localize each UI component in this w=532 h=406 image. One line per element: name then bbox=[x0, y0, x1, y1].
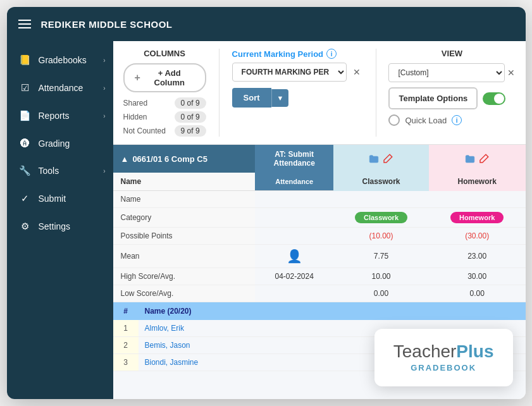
high-homework-cell: 30.00 bbox=[429, 268, 526, 285]
category-label: Name bbox=[113, 191, 256, 208]
student-name[interactable]: Bemis, Jason bbox=[139, 337, 256, 354]
table-row: Category Classwork Homework bbox=[113, 208, 526, 228]
marking-period-select[interactable]: FOURTH MARKING PERI... bbox=[232, 63, 347, 82]
num-col-header: # bbox=[113, 302, 139, 321]
mean-classwork-cell: 7.75 bbox=[333, 245, 429, 268]
pencil-classwork-icon bbox=[382, 153, 393, 164]
name-homework-cell bbox=[429, 191, 526, 208]
school-name: REDIKER MIDDLE SCHOOL bbox=[41, 19, 173, 30]
template-toggle[interactable] bbox=[483, 92, 505, 105]
high-score-label: High Score/Avg. bbox=[113, 268, 256, 285]
folder-homework-icon bbox=[464, 153, 476, 164]
arrow-up-icon: ▲ bbox=[121, 154, 129, 164]
table-row: High Score/Avg. 04-02-2024 10.00 30.00 bbox=[113, 268, 526, 285]
student-name[interactable]: Almlov, Erik bbox=[139, 320, 256, 337]
student-name[interactable]: Biondi, Jasmine bbox=[139, 354, 256, 371]
hidden-badge: 0 of 9 bbox=[175, 111, 206, 123]
class-header-row: ▲ 0661/01 6 Comp C5 AT: SubmitAttendance bbox=[113, 145, 526, 173]
pencil-homework-icon bbox=[478, 153, 490, 164]
sidebar-label-reports: Reports bbox=[39, 111, 70, 121]
classwork-col-header-student bbox=[333, 302, 429, 321]
chevron-icon: › bbox=[103, 57, 105, 64]
possible-homework-cell: (30.00) bbox=[429, 228, 526, 245]
hidden-stat-row: Hidden 0 of 9 bbox=[123, 111, 206, 123]
name-col-header: Name bbox=[113, 173, 256, 191]
sort-dropdown-button[interactable]: ▼ bbox=[271, 89, 289, 107]
marking-period-section: Current Marking Period i FOURTH MARKING … bbox=[232, 49, 363, 108]
folder-classwork-icon bbox=[368, 153, 380, 164]
shared-label: Shared bbox=[123, 99, 148, 108]
controls-bar: COLUMNS + + Add Column Shared 0 of 9 Hid… bbox=[113, 41, 526, 145]
sort-button[interactable]: Sort bbox=[232, 88, 271, 108]
reports-icon: 📄 bbox=[18, 110, 32, 121]
gradebook-area: COLUMNS + + Add Column Shared 0 of 9 Hid… bbox=[113, 41, 526, 399]
category-att-cell bbox=[255, 208, 333, 228]
student-att bbox=[255, 320, 333, 337]
attendance-icon: ☑ bbox=[18, 82, 32, 94]
sidebar-item-submit[interactable]: ✓ Submit bbox=[7, 185, 113, 212]
view-title: VIEW bbox=[388, 49, 515, 58]
add-column-button[interactable]: + + Add Column bbox=[123, 63, 206, 92]
mean-homework-cell: 23.00 bbox=[429, 245, 526, 268]
quick-load-radio[interactable] bbox=[388, 114, 400, 126]
settings-icon: ⚙ bbox=[18, 221, 32, 232]
not-counted-label: Not Counted bbox=[123, 126, 166, 135]
gradebook-table-area[interactable]: ▲ 0661/01 6 Comp C5 AT: SubmitAttendance bbox=[113, 145, 526, 399]
divider bbox=[219, 49, 220, 137]
classwork-header-icons bbox=[333, 145, 429, 173]
grading-icon: 🅐 bbox=[18, 138, 32, 149]
mean-label: Mean bbox=[113, 245, 256, 268]
mp-select-row: FOURTH MARKING PERI... ✕ bbox=[232, 63, 363, 82]
high-classwork-cell: 10.00 bbox=[333, 268, 429, 285]
view-clear-button[interactable]: ✕ bbox=[507, 68, 515, 78]
low-score-label: Low Score/Avg. bbox=[113, 285, 256, 302]
person-icon: 👤 bbox=[287, 249, 302, 263]
table-row: Name bbox=[113, 191, 526, 208]
sidebar-label-gradebooks: Gradebooks bbox=[39, 55, 87, 65]
quick-load-info-icon[interactable]: i bbox=[452, 115, 462, 125]
gradebooks-icon: 📒 bbox=[18, 54, 32, 66]
menu-icon[interactable] bbox=[18, 20, 31, 28]
table-row: Mean 👤 7.75 23.00 bbox=[113, 245, 526, 268]
homework-col-header-student bbox=[429, 302, 526, 321]
possible-att-cell bbox=[255, 228, 333, 245]
student-header-row: # Name (20/20) bbox=[113, 302, 526, 321]
sidebar-item-tools[interactable]: 🔧 Tools › bbox=[7, 157, 113, 185]
classwork-col-header: Classwork bbox=[333, 173, 429, 191]
quick-load-row: Quick Load i bbox=[388, 114, 515, 126]
hidden-label: Hidden bbox=[123, 113, 147, 121]
not-counted-stat-row: Not Counted 9 of 9 bbox=[123, 125, 206, 137]
name-att-cell bbox=[255, 191, 333, 208]
sidebar-item-gradebooks[interactable]: 📒 Gradebooks › bbox=[7, 46, 113, 74]
plus-text: Plus bbox=[456, 341, 493, 361]
student-att bbox=[255, 354, 333, 371]
not-counted-badge: 9 of 9 bbox=[175, 125, 206, 137]
teacherplus-text: TeacherPlus bbox=[393, 343, 494, 360]
sidebar-item-grading[interactable]: 🅐 Grading bbox=[7, 130, 113, 157]
sidebar-item-reports[interactable]: 📄 Reports › bbox=[7, 102, 113, 130]
low-homework-cell: 0.00 bbox=[429, 285, 526, 302]
stats-rows: Shared 0 of 9 Hidden 0 of 9 Not Counted … bbox=[123, 97, 206, 137]
column-label-row: Name Attendance Classwork Homework bbox=[113, 173, 526, 191]
info-icon[interactable]: i bbox=[326, 49, 337, 59]
mp-clear-button[interactable]: ✕ bbox=[350, 66, 363, 78]
sort-button-group: Sort ▼ bbox=[232, 88, 363, 108]
name-classwork-cell bbox=[333, 191, 429, 208]
table-row: Low Score/Avg. 0.00 0.00 bbox=[113, 285, 526, 302]
template-options-button[interactable]: Template Options bbox=[388, 87, 478, 109]
chevron-icon: › bbox=[103, 85, 105, 92]
sidebar-label-settings: Settings bbox=[39, 221, 71, 231]
view-select[interactable]: [Custom] bbox=[388, 63, 505, 82]
sidebar-item-attendance[interactable]: ☑ Attendance › bbox=[7, 74, 113, 102]
columns-title: COLUMNS bbox=[123, 49, 206, 58]
current-mp-label: Current Marking Period i bbox=[232, 49, 363, 59]
table-row: Possible Points (10.00) (30.00) bbox=[113, 228, 526, 245]
mean-att-cell: 👤 bbox=[255, 245, 333, 268]
teacher-text: Teacher bbox=[393, 341, 457, 361]
classwork-badge: Classwork bbox=[355, 212, 407, 223]
class-header-cell: ▲ 0661/01 6 Comp C5 bbox=[113, 145, 256, 173]
sidebar-item-settings[interactable]: ⚙ Settings bbox=[7, 212, 113, 240]
top-bar: REDIKER MIDDLE SCHOOL bbox=[7, 7, 526, 41]
low-att-cell bbox=[255, 285, 333, 302]
att-col-header-student bbox=[255, 302, 333, 321]
